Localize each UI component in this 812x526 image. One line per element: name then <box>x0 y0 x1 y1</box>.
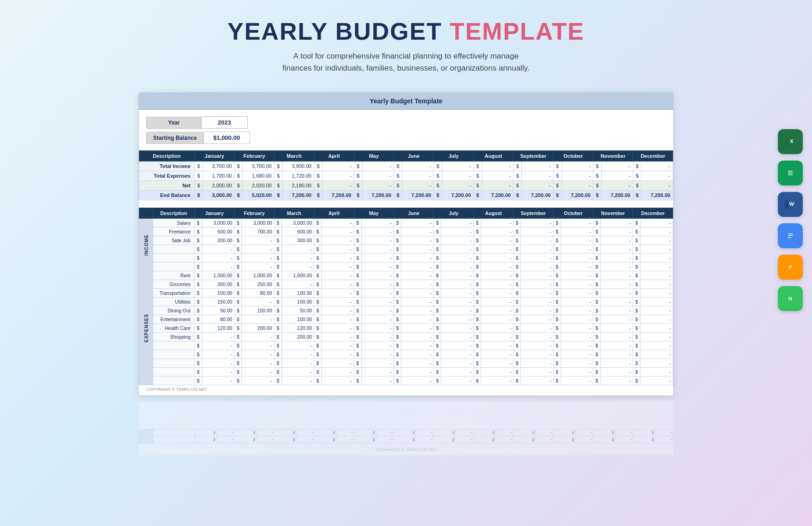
year-label: Year <box>146 117 202 129</box>
detail-mar-col: March <box>274 208 314 219</box>
detail-may-col: May <box>354 208 394 219</box>
svg-text:P: P <box>788 264 792 270</box>
pages-icon[interactable]: P <box>778 255 803 280</box>
svg-text:X: X <box>790 138 794 144</box>
item-label: Dining Out <box>153 306 195 315</box>
table-row: Side Job$200.00$-$300.00$-$-$-$-$-$-$-$-… <box>139 236 673 245</box>
docs-icon[interactable] <box>778 223 803 248</box>
svg-rect-5 <box>788 173 793 173</box>
svg-rect-4 <box>788 171 793 172</box>
summary-col-nov: November <box>593 151 633 161</box>
sheets-icon[interactable] <box>778 161 803 185</box>
section-label: EXPENSES <box>139 271 153 385</box>
table-row: $-$-$-$-$-$-$-$-$-$-$-$- <box>139 341 673 350</box>
svg-text:W: W <box>789 201 794 207</box>
copyright: COPYRIGHT © TEMPLATE.NET <box>139 385 673 395</box>
sidebar-icons: X W P N <box>778 129 803 311</box>
summary-col-desc: Description <box>139 151 195 161</box>
item-label: Rent <box>153 271 195 280</box>
summary-col-aug: August <box>473 151 513 161</box>
item-label: Groceries <box>153 280 195 289</box>
item-label <box>153 377 195 385</box>
item-label: Entertainment <box>153 315 195 324</box>
summary-col-may: May <box>354 151 394 161</box>
table-row: Freelance$500.00$700.00$600.00$-$-$-$-$-… <box>139 227 673 236</box>
item-label <box>153 368 195 377</box>
summary-col-oct: October <box>553 151 593 161</box>
item-label <box>153 350 195 359</box>
item-label: Salary <box>153 219 195 227</box>
summary-col-jul: July <box>434 151 473 161</box>
summary-col-jun: June <box>394 151 434 161</box>
sheet-header: Yearly Budget Template <box>139 93 673 110</box>
detail-oct-col: October <box>553 208 593 219</box>
detail-jul-col: July <box>434 208 473 219</box>
detail-desc-col: Description <box>153 208 195 219</box>
numbers-icon[interactable]: N <box>778 286 803 311</box>
table-row: Entertainment$80.00$-$100.00$-$-$-$-$-$-… <box>139 315 673 324</box>
item-label: Shopping <box>153 333 195 341</box>
item-label <box>153 245 195 254</box>
spreadsheet-container: Yearly Budget Template Year 2023 Startin… <box>138 92 674 396</box>
item-label: Freelance <box>153 227 195 236</box>
item-label <box>153 263 195 271</box>
item-label: Health Care <box>153 324 195 333</box>
excel-icon[interactable]: X <box>778 129 803 154</box>
summary-col-feb: February <box>234 151 274 161</box>
summary-col-dec: December <box>633 151 673 161</box>
item-label: Transportation <box>153 289 195 298</box>
flipped-reflection: COPYRIGHT © TEMPLATE.NET $- $- $- $- $- … <box>138 400 674 456</box>
table-row: $-$-$-$-$-$-$-$-$-$-$-$- <box>139 359 673 368</box>
table-row: $-$-$-$-$-$-$-$-$-$-$-$- <box>139 350 673 359</box>
page-subtitle: A tool for comprehensive financial plann… <box>9 50 803 74</box>
detail-table: Description January February March April… <box>139 208 673 385</box>
detail-apr-col: April <box>314 208 354 219</box>
item-label <box>153 341 195 350</box>
item-label <box>153 359 195 368</box>
summary-col-sep: September <box>513 151 553 161</box>
item-label: Utilities <box>153 298 195 306</box>
table-row: $-$-$-$-$-$-$-$-$-$-$-$- <box>139 254 673 263</box>
balance-label: Starting Balance <box>146 132 204 144</box>
page-title: YEARLY BUDGET TEMPLATE <box>9 18 803 45</box>
title-dark: YEARLY BUDGET <box>227 18 442 45</box>
section-label: INCOME <box>139 219 153 271</box>
balance-value: $1,000.00 <box>204 132 250 144</box>
table-row: Health Care$120.00$200.00$120.00$-$-$-$-… <box>139 324 673 333</box>
item-label: Side Job <box>153 236 195 245</box>
page-header: YEARLY BUDGET TEMPLATE A tool for compre… <box>0 0 812 83</box>
svg-text:N: N <box>788 296 792 301</box>
detail-aug-col: August <box>473 208 513 219</box>
item-label <box>153 254 195 263</box>
table-row: $-$-$-$-$-$-$-$-$-$-$-$- <box>139 245 673 254</box>
summary-table: Description January February March April… <box>139 150 673 200</box>
balance-row: Starting Balance $1,000.00 <box>146 132 666 144</box>
table-row: $-$-$-$-$-$-$-$-$-$-$-$- <box>139 368 673 377</box>
table-row: Utilities$150.00$-$150.00$-$-$-$-$-$-$-$… <box>139 298 673 306</box>
table-row: $-$-$-$-$-$-$-$-$-$-$-$- <box>139 263 673 271</box>
summary-col-jan: January <box>195 151 234 161</box>
detail-sep-col: September <box>513 208 553 219</box>
table-row: Shopping$-$-$200.00$-$-$-$-$-$-$-$-$- <box>139 333 673 341</box>
table-row: INCOMESalary$3,000.00$3,000.00$3,000.00$… <box>139 219 673 227</box>
detail-dec-col: December <box>633 208 673 219</box>
year-row: Year 2023 <box>146 116 666 129</box>
table-row: Transportation$100.00$80.00$100.00$-$-$-… <box>139 289 673 298</box>
svg-rect-13 <box>788 237 791 238</box>
detail-jun-col: June <box>394 208 434 219</box>
year-value: 2023 <box>202 116 248 129</box>
table-row: Dining Out$50.00$150.00$50.00$-$-$-$-$-$… <box>139 306 673 315</box>
table-row: $-$-$-$-$-$-$-$-$-$-$-$- <box>139 377 673 385</box>
detail-section: Description January February March April… <box>139 208 673 385</box>
summary-col-mar: March <box>274 151 314 161</box>
detail-nov-col: November <box>593 208 633 219</box>
table-row: Groceries$200.00$250.00$-$-$-$-$-$-$-$-$… <box>139 280 673 289</box>
meta-section: Year 2023 Starting Balance $1,000.00 <box>139 110 673 150</box>
table-row: EXPENSESRent$1,000.00$1,000.00$1,000.00$… <box>139 271 673 280</box>
svg-rect-11 <box>788 233 793 234</box>
word-icon[interactable]: W <box>778 192 803 217</box>
summary-col-apr: April <box>314 151 354 161</box>
detail-jan-col: January <box>195 208 234 219</box>
title-pink: TEMPLATE <box>450 18 585 45</box>
svg-rect-6 <box>788 174 793 175</box>
